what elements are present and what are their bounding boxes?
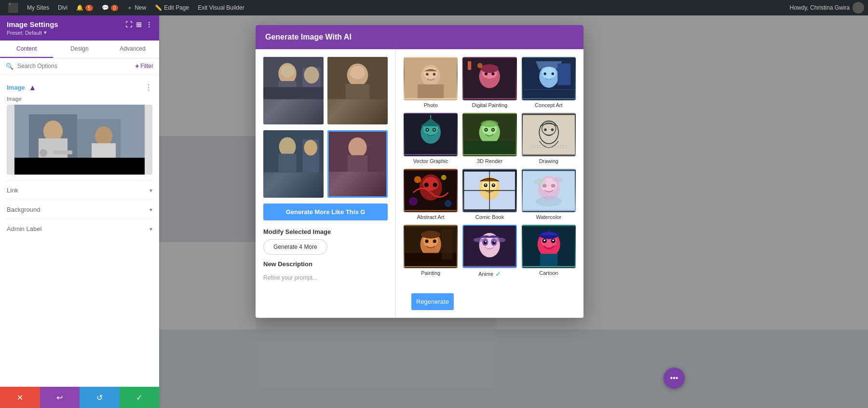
style-item-watercolor[interactable]: Watercolor: [522, 169, 576, 220]
style-abstract-label: Abstract Art: [417, 214, 445, 220]
svg-point-105: [536, 196, 562, 207]
image-section-menu[interactable]: ⋮: [145, 83, 152, 92]
redo-button[interactable]: ↺: [80, 387, 120, 408]
generate-4-button[interactable]: Generate 4 More: [263, 239, 327, 255]
svg-point-62: [434, 129, 435, 131]
svg-point-68: [486, 129, 487, 131]
style-item-drawing[interactable]: Drawing: [522, 113, 576, 164]
image-grid-row2: [263, 130, 388, 198]
columns-icon[interactable]: ⊞: [136, 21, 142, 28]
svg-point-86: [409, 197, 418, 206]
style-item-comic-book[interactable]: Comic Book: [462, 169, 516, 220]
svg-point-70: [481, 120, 498, 127]
exit-builder-link[interactable]: Exit Visual Builder: [194, 0, 248, 15]
updates-badge: 5: [85, 5, 93, 11]
search-input[interactable]: [17, 63, 131, 69]
image-4-svg: [329, 132, 386, 172]
tab-content[interactable]: Content: [0, 41, 53, 58]
generated-image-2[interactable]: [327, 57, 388, 124]
admin-bar-right: Howdy, Christina Gwira: [790, 2, 864, 14]
updates-menu[interactable]: 🔔5: [72, 0, 97, 15]
comments-menu[interactable]: 💬0: [98, 0, 122, 15]
svg-rect-132: [540, 254, 557, 266]
svg-point-123: [474, 238, 484, 242]
divi-menu[interactable]: Divi: [54, 0, 71, 15]
tab-design[interactable]: Design: [53, 41, 106, 58]
svg-point-109: [425, 240, 428, 243]
undo-button[interactable]: ↩: [40, 387, 80, 408]
generated-image-4[interactable]: [327, 130, 388, 198]
panel-content: Image ▲ ⋮ Image: [0, 74, 159, 389]
style-item-digital-painting[interactable]: Digital Painting: [462, 57, 516, 108]
undo-icon: ↩: [56, 393, 63, 402]
style-item-cartoon[interactable]: Cartoon: [522, 225, 576, 278]
bottom-toolbar: ✕ ↩ ↺ ✓: [0, 387, 159, 408]
my-sites-menu[interactable]: My Sites: [23, 0, 53, 15]
svg-point-104: [552, 177, 563, 182]
style-cartoon-label: Cartoon: [539, 270, 558, 276]
style-watercolor-label: Watercolor: [536, 214, 561, 220]
link-label: Link: [7, 187, 18, 194]
new-menu[interactable]: ＋New: [123, 0, 150, 15]
background-section-header[interactable]: Background ▾: [7, 200, 152, 219]
svg-point-31: [304, 140, 317, 156]
more-icon[interactable]: ⋮: [146, 21, 152, 28]
regenerate-button[interactable]: Regenerate: [411, 293, 454, 310]
style-item-abstract-art[interactable]: Abstract Art: [404, 169, 458, 220]
svg-point-28: [279, 137, 296, 156]
style-item-photo[interactable]: Photo: [404, 57, 458, 108]
image-toggle[interactable]: ▲: [29, 83, 37, 92]
style-panel: Photo: [395, 49, 583, 318]
preset-selector[interactable]: Preset: Default ▾: [7, 29, 152, 36]
svg-point-52: [543, 72, 546, 75]
style-comic-label: Comic Book: [475, 214, 504, 220]
svg-point-53: [551, 72, 554, 75]
filter-button[interactable]: + Filter: [135, 62, 153, 70]
style-item-painting[interactable]: Painting: [404, 225, 458, 278]
cancel-button[interactable]: ✕: [0, 387, 40, 408]
panel-title-row: Image Settings ⛶ ⊞ ⋮: [7, 20, 152, 28]
expand-icon[interactable]: ⛶: [125, 21, 132, 28]
admin-label-chevron: ▾: [149, 226, 152, 232]
style-item-concept-art[interactable]: Concept Art: [522, 57, 576, 108]
generated-image-3[interactable]: [263, 130, 324, 198]
modal-images-panel: Generate More Like This G Modify Selecte…: [256, 49, 395, 318]
new-description-section: New Description Refine your prompt...: [263, 260, 388, 284]
svg-rect-71: [463, 141, 515, 154]
image-1-svg: [263, 57, 324, 99]
svg-rect-25: [346, 84, 370, 99]
style-vector-label: Vector Graphic: [413, 158, 448, 164]
svg-point-112: [421, 231, 440, 239]
link-section: Link ▾: [7, 180, 152, 200]
style-3d-label: 3D Render: [477, 158, 502, 164]
admin-label-header[interactable]: Admin Label ▾: [7, 219, 152, 238]
link-chevron: ▾: [149, 187, 152, 194]
save-button[interactable]: ✓: [120, 387, 160, 408]
floating-action-dot[interactable]: •••: [664, 367, 685, 389]
style-digital-thumbnail: [462, 57, 516, 100]
generate-more-button[interactable]: Generate More Like This G: [263, 204, 388, 220]
style-item-anime[interactable]: Anime ✓: [462, 225, 516, 278]
tab-advanced[interactable]: Advanced: [106, 41, 159, 58]
new-label: New: [135, 4, 146, 11]
wp-logo-icon[interactable]: ⬛: [4, 0, 22, 15]
image-2-svg: [327, 57, 388, 99]
generated-image-1[interactable]: [263, 57, 324, 124]
style-item-3d-render[interactable]: 3D Render: [462, 113, 516, 164]
settings-panel: Image Settings ⛶ ⊞ ⋮ Preset: Default ▾ C…: [0, 15, 159, 408]
link-section-header[interactable]: Link ▾: [7, 181, 152, 200]
style-photo-label: Photo: [424, 102, 438, 108]
image-preview[interactable]: [7, 105, 152, 175]
edit-page-link[interactable]: ✏️Edit Page: [151, 0, 193, 15]
anime-label-row: Anime ✓: [478, 270, 501, 278]
svg-point-85: [441, 175, 447, 180]
style-grid: Photo: [396, 49, 583, 286]
svg-point-83: [433, 183, 437, 187]
preset-label: Preset: Default: [7, 30, 42, 36]
svg-point-122: [494, 241, 495, 243]
svg-point-40: [433, 73, 435, 75]
svg-point-84: [414, 176, 421, 183]
image-label: Image: [7, 96, 152, 102]
style-item-vector-graphic[interactable]: Vector Graphic: [404, 113, 458, 164]
style-3d-thumbnail: [462, 113, 516, 156]
